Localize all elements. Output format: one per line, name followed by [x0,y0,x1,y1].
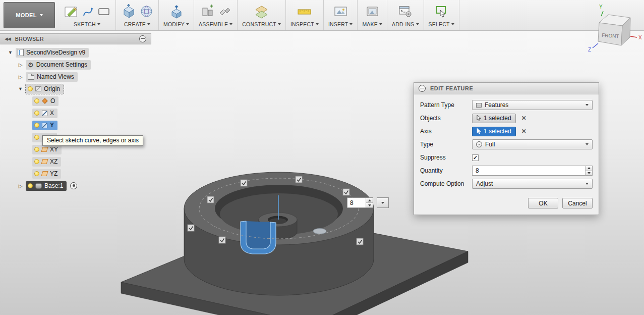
press-pull-button[interactable] [169,4,184,19]
spinner-up-icon[interactable] [366,198,373,202]
cancel-button[interactable]: Cancel [562,198,593,208]
joint-button[interactable] [217,5,231,19]
visibility-bulb-icon[interactable] [34,135,39,140]
type-dropdown[interactable]: Full [472,139,593,149]
tree-item-label: Base:1 [44,182,63,189]
quantity-spinner[interactable] [585,166,592,175]
chevron-down-icon [379,23,382,25]
toolbar-group-label[interactable]: ASSEMBLE [199,21,232,27]
tree-item-named-views[interactable]: Named Views [17,71,78,83]
visibility-bulb-icon[interactable] [34,147,39,152]
tree-item-origin-point[interactable]: O [32,95,58,107]
tree-item-document-settings[interactable]: Document Settings [17,59,91,71]
expander-icon[interactable] [17,183,24,189]
sketch-rectangle-button[interactable] [97,6,111,18]
axis-icon [42,123,47,128]
pattern-instance-checkbox[interactable] [219,237,225,243]
sketch-spline-button[interactable] [82,5,94,19]
visibility-bulb-icon[interactable] [34,171,39,176]
tree-item-label: XY [50,146,58,153]
toolbar-group-label[interactable]: ADD-INS [392,21,419,27]
tree-item-yz-plane[interactable]: YZ [32,168,61,180]
full-pattern-icon [476,141,482,147]
visibility-bulb-icon[interactable] [28,86,33,91]
pattern-instance-checkbox[interactable] [357,238,363,245]
pattern-type-dropdown[interactable]: Features [472,100,593,110]
addins-button[interactable] [397,4,413,19]
toolbar-group-label[interactable]: CONSTRUCT [242,21,281,27]
cursor-icon [477,115,481,121]
make-button[interactable] [365,5,380,18]
toolbar-group-label[interactable]: INSPECT [290,21,319,27]
visibility-bulb-icon[interactable] [34,111,39,116]
create-sketch-button[interactable] [63,4,79,20]
canvas-quantity-spinner[interactable] [366,198,373,207]
toolbar-group-label[interactable]: CREATE [124,21,150,27]
row-axis: Axis 1 selected ✕ [420,125,593,138]
visibility-bulb-icon[interactable] [34,123,39,128]
toolbar-group-label[interactable]: MODIFY [163,21,189,27]
create-box-button[interactable] [121,4,137,20]
spinner-down-icon[interactable] [366,202,373,207]
visibility-bulb-icon[interactable] [34,98,39,103]
new-component-button[interactable] [200,4,215,19]
chevron-down-icon [416,23,419,25]
tree-item-origin[interactable]: Origin [17,83,64,95]
pattern-instance-checkbox[interactable] [343,189,349,195]
tree-item-xz-plane[interactable]: XZ [32,155,61,168]
row-pattern-type: Pattern Type Features [420,98,593,112]
quantity-input[interactable] [473,166,585,175]
minimize-browser-icon[interactable] [139,35,146,42]
pattern-instance-checkbox[interactable] [296,176,302,183]
toolbar-group-label[interactable]: INSERT [328,21,353,27]
expander-icon[interactable] [17,74,24,80]
axis-y-label: Y [599,4,603,10]
rotate-handle[interactable] [313,229,326,234]
tree-item-y-axis-selected[interactable]: Y [32,119,57,131]
expander-icon[interactable] [17,86,24,91]
spinner-up-icon[interactable] [586,166,592,171]
toolbar-group-label[interactable]: SELECT [429,21,454,27]
tree-item-base-body[interactable]: Base:1 [17,180,77,192]
suppress-checkbox[interactable]: ✓ [472,154,479,161]
pattern-instance-checkbox[interactable] [207,196,214,203]
select-button[interactable] [434,4,449,19]
expander-icon[interactable] [17,62,24,68]
canvas-quantity-dropdown[interactable] [377,197,389,208]
visibility-bulb-icon[interactable] [34,159,39,164]
tree-item-x-axis[interactable]: X [32,107,57,119]
canvas-quantity-input[interactable] [347,198,366,207]
measure-button[interactable] [296,5,313,19]
create-sphere-button[interactable] [139,4,154,19]
compute-option-dropdown[interactable]: Adjust [472,179,593,189]
activate-component-icon[interactable] [70,182,77,189]
toolbar-group-label[interactable]: MAKE [362,21,382,27]
tree-item-document-root[interactable]: SecondViseDesign v9 [7,46,89,59]
chevron-down-icon [40,14,43,16]
insert-image-button[interactable] [333,5,348,18]
workspace-selector[interactable]: MODEL [4,2,55,28]
view-cube[interactable]: FRONT Y X Z [580,1,644,54]
spinner-down-icon[interactable] [586,171,592,176]
pattern-instance-checkbox[interactable] [241,180,247,186]
gear-icon [28,62,34,68]
quantity-input-box[interactable] [472,166,593,176]
origin-icon [35,86,41,91]
minimize-dialog-icon[interactable] [419,85,426,92]
dialog-header[interactable]: EDIT FEATURE [414,83,599,94]
clear-axis-button[interactable]: ✕ [521,128,526,135]
objects-selection-chip[interactable]: 1 selected [472,114,516,123]
canvas-quantity-input-box[interactable] [347,197,373,208]
toolbar-group-label[interactable]: SKETCH [74,21,100,27]
expander-icon[interactable] [7,50,14,55]
selected-feature-channel[interactable] [241,221,276,254]
row-compute-option: Compute Option Adjust [420,177,593,190]
construct-plane-button[interactable] [253,4,270,20]
ok-button[interactable]: OK [528,198,558,208]
visibility-bulb-icon[interactable] [28,183,33,188]
pattern-instance-checkbox[interactable] [188,225,194,231]
clear-objects-button[interactable]: ✕ [521,115,526,122]
select-cursor-icon [434,5,448,19]
axis-selection-chip[interactable]: 1 selected [472,127,516,136]
collapse-panel-icon[interactable] [5,36,11,41]
